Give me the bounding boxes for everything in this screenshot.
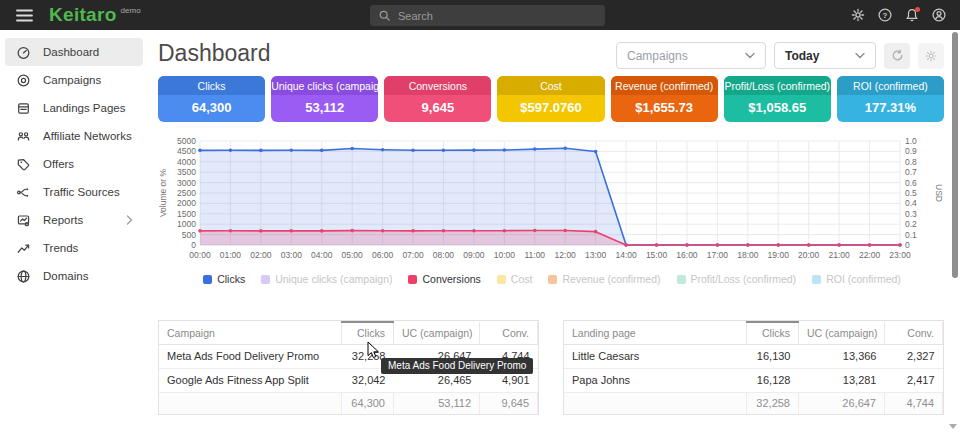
menu-toggle-button[interactable] xyxy=(16,9,33,22)
sidebar-item-label: Campaigns xyxy=(43,74,133,86)
refresh-button[interactable] xyxy=(884,43,910,69)
stat-card-value: 53,112 xyxy=(271,95,378,122)
stat-card-cost: Cost$597.0760 xyxy=(497,76,604,122)
legend-label: Cost xyxy=(511,273,533,285)
sidebar-item-reports[interactable]: Reports xyxy=(5,206,143,234)
tag-icon xyxy=(16,157,31,172)
report-icon xyxy=(16,213,31,228)
legend-label: Profit/Loss (confirmed) xyxy=(691,273,797,285)
pages-icon xyxy=(16,101,31,116)
table-totals-row: 64,30053,1129,645 xyxy=(159,392,538,414)
legend-item-profit-loss-confirmed-[interactable]: Profit/Loss (confirmed) xyxy=(677,273,797,285)
svg-text:23:00: 23:00 xyxy=(889,250,911,260)
topbar-icons: ? xyxy=(850,0,947,30)
stat-card-value: 177.31% xyxy=(837,95,944,122)
svg-text:4000: 4000 xyxy=(177,157,196,167)
legend-swatch xyxy=(548,275,557,284)
sidebar-item-offers[interactable]: Offers xyxy=(5,150,143,178)
totals-cell: 4,744 xyxy=(885,392,943,414)
legend-item-roi-confirmed-[interactable]: ROI (confirmed) xyxy=(812,273,901,285)
svg-text:0.8: 0.8 xyxy=(905,157,917,167)
scrollbar-thumb[interactable] xyxy=(952,32,958,278)
search-input[interactable] xyxy=(398,10,597,22)
column-header-clicks[interactable]: Clicks xyxy=(747,322,799,344)
sidebar-item-dashboard[interactable]: Dashboard xyxy=(5,38,143,66)
svg-text:16:00: 16:00 xyxy=(676,250,698,260)
help-icon[interactable]: ? xyxy=(877,7,893,23)
stat-card-value: 64,300 xyxy=(158,95,265,122)
totals-cell: 26,647 xyxy=(799,392,885,414)
date-range-select[interactable]: Today xyxy=(774,42,876,69)
legend-item-unique-clicks-campaign-[interactable]: Unique clicks (campaign) xyxy=(261,273,392,285)
stat-card-label: Conversions xyxy=(384,76,491,95)
notifications-bell-icon[interactable] xyxy=(904,7,920,23)
svg-text:15:00: 15:00 xyxy=(646,250,668,260)
topbar: Keitaro demo ? xyxy=(0,0,960,30)
sidebar-item-label: Domains xyxy=(43,270,133,282)
column-header-conv-[interactable]: Conv. xyxy=(885,322,943,344)
sidebar-item-label: Affiliate Networks xyxy=(43,130,133,142)
scroll-down-arrow[interactable] xyxy=(949,424,957,429)
row-value-cell: 2,327 xyxy=(885,344,943,368)
logo-demo-badge: demo xyxy=(121,6,141,15)
svg-text:02:00: 02:00 xyxy=(250,250,272,260)
search-icon xyxy=(378,9,391,22)
sidebar-item-label: Reports xyxy=(43,214,126,226)
stat-card-value: $1,655.73 xyxy=(611,95,718,122)
campaigns-filter-select[interactable]: Campaigns xyxy=(616,42,766,69)
date-range-value: Today xyxy=(785,49,819,63)
column-header-campaign[interactable]: Campaign xyxy=(159,322,342,344)
totals-cell: 53,112 xyxy=(394,392,480,414)
stat-card-profit-loss-confirmed-: Profit/Loss (confirmed)$1,058.65 xyxy=(724,76,831,122)
legend-label: Clicks xyxy=(217,273,245,285)
legend-swatch xyxy=(261,275,270,284)
svg-text:00:00: 00:00 xyxy=(189,250,211,260)
svg-text:1.0: 1.0 xyxy=(905,136,917,146)
sidebar-item-landings-pages[interactable]: Landings Pages xyxy=(5,94,143,122)
sidebar-item-traffic-sources[interactable]: Traffic Sources xyxy=(5,178,143,206)
legend-label: Revenue (confirmed) xyxy=(562,273,660,285)
column-header-conv-[interactable]: Conv. xyxy=(480,322,538,344)
legend-item-conversions[interactable]: Conversions xyxy=(408,273,480,285)
svg-text:06:00: 06:00 xyxy=(372,250,394,260)
legend-item-cost[interactable]: Cost xyxy=(497,273,533,285)
legend-item-clicks[interactable]: Clicks xyxy=(203,273,245,285)
stat-card-label: Profit/Loss (confirmed) xyxy=(724,76,831,95)
target-icon xyxy=(16,73,31,88)
svg-text:20:00: 20:00 xyxy=(798,250,820,260)
sidebar-item-domains[interactable]: Domains xyxy=(5,262,143,290)
table-row[interactable]: Little Caesars16,13013,3662,327 xyxy=(564,344,943,368)
legend-label: ROI (confirmed) xyxy=(826,273,901,285)
column-header-uc-campaign-[interactable]: UC (campaign) xyxy=(799,322,885,344)
stat-card-value: $1,058.65 xyxy=(724,95,831,122)
traffic-chart: 0500100015002000250030003500400045005000… xyxy=(152,136,952,268)
svg-text:11:00: 11:00 xyxy=(524,250,545,260)
svg-text:21:00: 21:00 xyxy=(828,250,850,260)
settings-gear-icon[interactable] xyxy=(850,7,866,23)
svg-text:0.5: 0.5 xyxy=(905,188,917,198)
dashboard-settings-button[interactable] xyxy=(918,43,944,69)
row-name-cell: Papa Johns xyxy=(564,368,747,392)
sidebar-item-affiliate-networks[interactable]: Affiliate Networks xyxy=(5,122,143,150)
column-header-landing-page[interactable]: Landing page xyxy=(564,322,747,344)
svg-text:USD: USD xyxy=(934,184,944,202)
account-icon[interactable] xyxy=(931,7,947,23)
legend-item-revenue-confirmed-[interactable]: Revenue (confirmed) xyxy=(548,273,660,285)
sidebar-item-trends[interactable]: Trends xyxy=(5,234,143,262)
chart-legend: ClicksUnique clicks (campaign)Conversion… xyxy=(152,273,952,285)
svg-text:18:00: 18:00 xyxy=(737,250,759,260)
gauge-icon xyxy=(16,45,31,60)
svg-text:17:00: 17:00 xyxy=(707,250,729,260)
sidebar-item-campaigns[interactable]: Campaigns xyxy=(5,66,143,94)
svg-text:0: 0 xyxy=(905,240,910,250)
branch-icon xyxy=(16,185,31,200)
table-header-row: CampaignClicksUC (campaign)Conv. xyxy=(159,322,538,344)
column-header-uc-campaign-[interactable]: UC (campaign) xyxy=(394,322,480,344)
scrollbar[interactable] xyxy=(950,30,960,432)
app-logo[interactable]: Keitaro demo xyxy=(49,2,141,28)
legend-label: Unique clicks (campaign) xyxy=(275,273,392,285)
table-row[interactable]: Papa Johns16,12813,2812,417 xyxy=(564,368,943,392)
legend-label: Conversions xyxy=(422,273,480,285)
search-box[interactable] xyxy=(370,5,605,26)
column-header-clicks[interactable]: Clicks xyxy=(342,322,394,344)
